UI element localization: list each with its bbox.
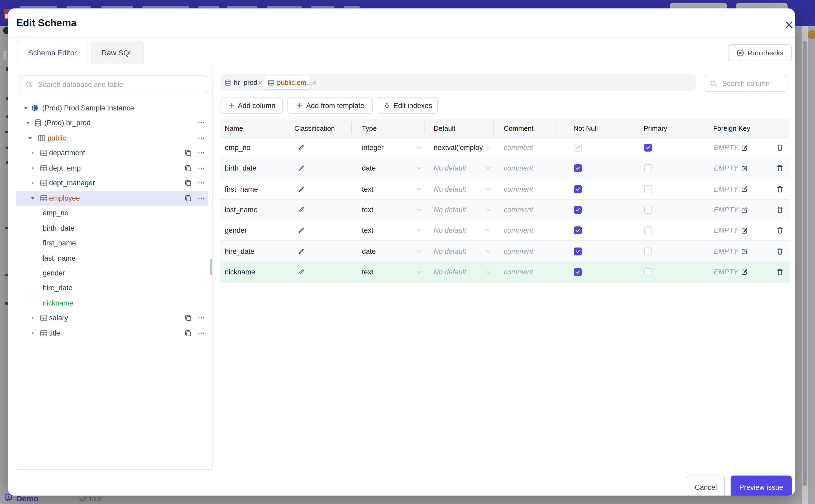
column-name[interactable]: last_name [225,206,258,214]
tree-item-title[interactable]: title [16,326,212,341]
comment-input-placeholder[interactable]: comment [504,185,533,193]
classification-edit-icon[interactable] [297,185,305,193]
column-name[interactable]: emp_no [225,144,250,152]
more-menu-icon[interactable] [197,194,205,202]
cancel-button[interactable]: Cancel [687,476,725,496]
comment-input-placeholder[interactable]: comment [504,247,533,255]
edit-foreign-key-icon[interactable] [740,144,748,151]
panel-resize-handle[interactable] [210,259,214,275]
tree-search-input[interactable] [37,80,202,89]
not-null-checkbox[interactable] [574,247,582,255]
primary-checkbox[interactable] [644,268,652,276]
tree-item-hire-date[interactable]: hire_date [16,281,212,295]
more-menu-icon[interactable] [197,149,205,157]
default-select-value[interactable]: No default [434,185,466,193]
not-null-checkbox[interactable] [574,206,582,214]
caret-right-icon[interactable] [30,151,35,156]
primary-checkbox[interactable] [644,185,652,193]
caret-right-icon[interactable] [30,316,35,321]
tab-schema-editor[interactable]: Schema Editor [17,41,88,64]
tree-item-prod-prod-sample-instance[interactable]: (Prod) Prod Sample Instance [16,101,212,115]
page-scrollbar-thumb[interactable] [803,41,807,486]
type-select-value[interactable]: text [362,185,373,193]
chevron-down-icon[interactable] [485,186,492,192]
comment-input-placeholder[interactable]: comment [504,227,533,235]
default-select-value[interactable]: nextval('employ [434,144,483,152]
tree-item-dept-manager[interactable]: dept_manager [16,176,212,191]
classification-edit-icon[interactable] [297,248,305,255]
primary-checkbox[interactable] [644,227,652,235]
not-null-checkbox[interactable] [574,268,582,276]
caret-right-icon[interactable] [30,181,35,186]
type-select-value[interactable]: text [362,206,373,214]
edit-foreign-key-icon[interactable] [740,206,748,214]
preview-issue-button[interactable]: Preview issue [731,476,792,496]
tab-raw-sql[interactable]: Raw SQL [91,41,144,64]
copy-icon[interactable] [184,314,192,322]
type-select-value[interactable]: date [362,164,376,172]
comment-input-placeholder[interactable]: comment [504,144,533,152]
tree-item-birth-date[interactable]: birth_date [16,221,212,235]
edit-foreign-key-icon[interactable] [740,165,748,172]
type-select-value[interactable]: text [362,268,373,276]
tree-item-emp-no[interactable]: emp_no [16,206,212,220]
not-null-checkbox[interactable] [574,144,582,152]
chevron-down-icon[interactable] [416,269,423,275]
primary-checkbox[interactable] [644,247,652,255]
copy-icon[interactable] [184,179,192,187]
tree-item-salary[interactable]: salary [16,311,212,326]
tree-item-gender[interactable]: gender [16,266,212,280]
chevron-down-icon[interactable] [416,206,423,213]
more-menu-icon[interactable] [197,119,205,127]
more-menu-icon[interactable] [197,164,205,172]
more-menu-icon[interactable] [197,329,205,337]
column-name[interactable]: gender [225,227,247,235]
caret-right-icon[interactable] [30,166,35,171]
edit-foreign-key-icon[interactable] [740,248,748,255]
chevron-down-icon[interactable] [485,165,492,172]
chevron-down-icon[interactable] [416,248,423,255]
delete-column-icon[interactable] [776,227,784,235]
chevron-down-icon[interactable] [485,269,492,275]
classification-edit-icon[interactable] [297,206,305,214]
more-menu-icon[interactable] [197,134,205,142]
delete-column-icon[interactable] [776,206,784,214]
primary-checkbox[interactable] [644,206,652,214]
more-menu-icon[interactable] [197,314,205,322]
tree-item-dept-emp[interactable]: dept_emp [16,161,212,176]
column-name[interactable]: first_name [225,185,258,193]
delete-column-icon[interactable] [776,268,784,276]
default-select-value[interactable]: No default [434,247,466,255]
caret-down-icon[interactable] [30,195,35,201]
classification-edit-icon[interactable] [297,268,305,276]
tree-item-nickname[interactable]: nickname [16,296,212,311]
chevron-down-icon[interactable] [416,144,423,151]
column-name[interactable]: nickname [225,268,255,276]
caret-down-icon[interactable] [25,120,31,126]
delete-column-icon[interactable] [776,185,784,193]
chevron-down-icon[interactable] [485,206,492,213]
caret-down-icon[interactable] [23,105,28,111]
tree-item-last-name[interactable]: last_name [16,251,212,265]
type-select-value[interactable]: text [362,227,373,235]
chevron-down-icon[interactable] [485,248,492,255]
type-select-value[interactable]: date [362,247,376,255]
edit-indexes-button[interactable]: Edit indexes [378,97,438,114]
edit-foreign-key-icon[interactable] [740,227,748,234]
add-column-button[interactable]: Add column [220,97,283,114]
not-null-checkbox[interactable] [574,185,582,193]
primary-checkbox[interactable] [644,164,652,172]
default-select-value[interactable]: No default [434,227,466,235]
delete-column-icon[interactable] [776,144,784,152]
add-from-template-button[interactable]: Add from template [287,97,373,114]
delete-column-icon[interactable] [776,164,784,172]
close-icon[interactable] [783,18,795,31]
chevron-down-icon[interactable] [416,227,423,234]
column-name[interactable]: hire_date [225,247,254,255]
primary-checkbox[interactable] [644,144,652,152]
copy-icon[interactable] [184,164,192,172]
close-tab-icon[interactable] [257,80,263,85]
page-scrollbar-track[interactable] [802,26,808,504]
caret-right-icon[interactable] [30,331,35,336]
copy-icon[interactable] [184,329,192,337]
